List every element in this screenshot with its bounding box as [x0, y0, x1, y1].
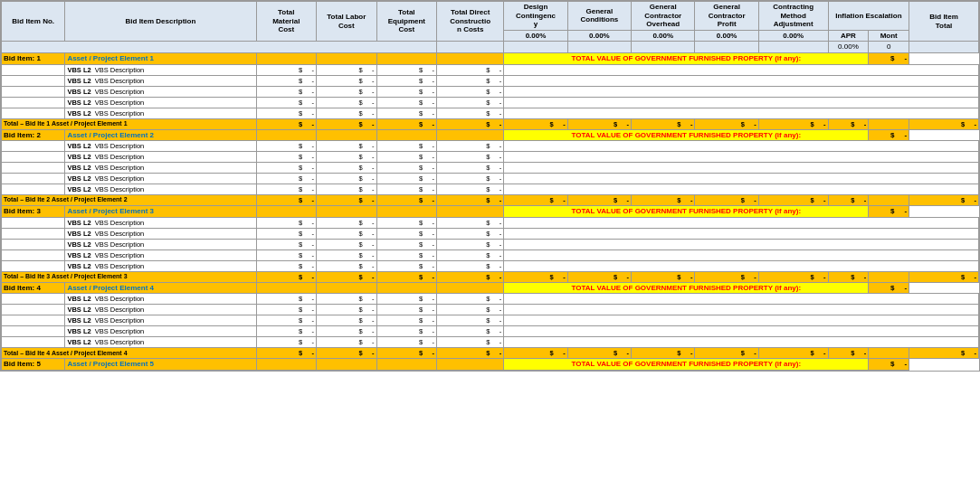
col-equipment-header: Total Equipment Cost — [376, 2, 437, 42]
gc-profit-pct[interactable]: 0.00% — [695, 30, 758, 42]
col-gc-profit-header: General Contractor Profit — [695, 2, 758, 31]
vbs-1-1: VBS L2VBS Description $ - $ - $ - $ - — [2, 64, 979, 75]
bid-item-4-asset: Asset / Project Element 4 — [65, 282, 256, 294]
vbs-1-2-lab[interactable]: $ - — [317, 75, 377, 86]
col-general-cond-header: General Conditions — [567, 2, 631, 31]
mont-val[interactable]: 0 — [869, 42, 909, 53]
vbs-3-3: VBS L2VBS Description $ - $ - $ - $ - — [2, 239, 979, 249]
vbs-2-5: VBS L2VBS Description $ - $ - $ - $ - — [2, 184, 979, 195]
vbs-1-5-label: VBS L2VBS Description — [65, 108, 256, 118]
bid-item-5-header: Bid Item: 5 Asset / Project Element 5 TO… — [2, 359, 979, 371]
total-1-label: Total – Bid Ite 1 Asset / Project Elemen… — [2, 118, 257, 129]
contracting-pct[interactable]: 0.00% — [758, 30, 828, 42]
bid-item-2-gov: TOTAL VALUE OF GOVERNMENT FURNISHED PROP… — [504, 129, 869, 141]
vbs-1-1-empty — [2, 64, 65, 75]
vbs-1-2-mat[interactable]: $ - — [256, 75, 317, 86]
bid-item-4-header: Bid Item: 4 Asset / Project Element 4 TO… — [2, 282, 979, 294]
vbs-2-2: VBS L2VBS Description $ - $ - $ - $ - — [2, 152, 979, 163]
vbs-4-1: VBS L2VBS Description $ - $ - $ - $ - — [2, 294, 979, 305]
total-1-apr: $ - — [828, 118, 869, 129]
total-1-direct: $ - — [437, 118, 504, 129]
apr-header: APR — [828, 30, 869, 42]
total-1-gencond: $ - — [567, 118, 631, 129]
bid-item-1-mat — [256, 52, 317, 64]
vbs-1-1-label: VBS L2VBS Description — [65, 64, 256, 75]
vbs-2-3: VBS L2VBS Description $ - $ - $ - $ - — [2, 163, 979, 174]
mont-header: Mont — [869, 30, 909, 42]
vbs-1-1-direct[interactable]: $ - — [437, 64, 504, 75]
col-direct-header: Total Direct Constructio n Costs — [437, 2, 504, 42]
total-1-mont — [869, 118, 909, 129]
col-labor-header: Total Labor Cost — [317, 2, 377, 42]
bid-item-2-mat — [256, 129, 317, 141]
design-pct[interactable]: 0.00% — [504, 30, 567, 42]
col-contracting-header: Contracting Method Adjustment — [758, 2, 828, 31]
vbs-1-2: VBS L2VBS Description $ - $ - $ - $ - — [2, 75, 979, 86]
vbs-2-4: VBS L2VBS Description $ - $ - $ - $ - — [2, 174, 979, 184]
col-inflation-header: Inflation Escalation — [828, 2, 909, 31]
bid-item-1-header: Bid Item: 1 Asset / Project Element 1 TO… — [2, 52, 979, 64]
vbs-2-1: VBS L2VBS Description $ - $ - $ - $ - — [2, 141, 979, 152]
bid-item-2-header: Bid Item: 2 Asset / Project Element 2 TO… — [2, 129, 979, 141]
vbs-1-1-mat[interactable]: $ - — [256, 64, 317, 75]
vbs-1-3-label: VBS L2VBS Description — [65, 86, 256, 97]
vbs-1-1-lab[interactable]: $ - — [317, 64, 377, 75]
vbs-3-1: VBS L2VBS Description $ - $ - $ - $ - — [2, 217, 979, 228]
total-row-3: Total – Bid Ite 3 Asset / Project Elemen… — [2, 271, 979, 282]
bid-item-2-lab — [317, 129, 377, 141]
vbs-1-5: VBS L2VBS Description $ - $ - $ - $ - — [2, 108, 979, 118]
bid-item-3-asset: Asset / Project Element 3 — [65, 206, 256, 218]
total-1-equip: $ - — [376, 118, 437, 129]
vbs-1-3: VBS L2VBS Description $ - $ - $ - $ - — [2, 86, 979, 97]
total-row-2: Total – Bid Ite 2 Asset / Project Elemen… — [2, 195, 979, 206]
bid-item-5-no: Bid Item: 5 — [2, 359, 65, 371]
vbs-1-4-label: VBS L2VBS Description — [65, 97, 256, 108]
vbs-1-1-equip[interactable]: $ - — [376, 64, 437, 75]
bid-item-3-header: Bid Item: 3 Asset / Project Element 3 TO… — [2, 206, 979, 218]
total-1-mat: $ - — [256, 118, 317, 129]
total-1-contract: $ - — [758, 118, 828, 129]
bid-item-1-no: Bid Item: 1 — [2, 52, 65, 64]
header-val-row: 0.00% 0 — [2, 42, 979, 53]
vbs-4-5: VBS L2VBS Description $ - $ - $ - $ - — [2, 337, 979, 348]
bid-item-1-direct — [437, 52, 504, 64]
bid-item-1-asset: Asset / Project Element 1 — [65, 52, 256, 64]
bid-item-1-total: $ - — [869, 52, 909, 64]
bid-item-3-no: Bid Item: 3 — [2, 206, 65, 218]
col-bid-total-header: Bid Item Total — [909, 2, 979, 42]
bid-item-2-no: Bid Item: 2 — [2, 129, 65, 141]
total-1-bidtotal: $ - — [909, 118, 979, 129]
vbs-1-1-rest — [504, 64, 979, 75]
bid-item-1-equip — [376, 52, 437, 64]
vbs-4-3: VBS L2VBS Description $ - $ - $ - $ - — [2, 315, 979, 326]
vbs-1-2-label: VBS L2VBS Description — [65, 75, 256, 86]
col-description-header: Bid Item Description — [65, 2, 256, 42]
vbs-1-2-direct[interactable]: $ - — [437, 75, 504, 86]
vbs-3-5: VBS L2VBS Description $ - $ - $ - $ - — [2, 260, 979, 271]
col-bid-item-no-header: Bid Item No. — [2, 2, 65, 42]
spreadsheet: Bid Item No. Bid Item Description Total … — [0, 0, 980, 372]
apr-val[interactable]: 0.00% — [828, 42, 869, 53]
total-row-1: Total – Bid Ite 1 Asset / Project Elemen… — [2, 118, 979, 129]
general-cond-pct[interactable]: 0.00% — [567, 30, 631, 42]
bid-item-2-equip — [376, 129, 437, 141]
vbs-1-4: VBS L2VBS Description $ - $ - $ - $ - — [2, 97, 979, 108]
vbs-3-2: VBS L2VBS Description $ - $ - $ - $ - — [2, 228, 979, 239]
total-1-lab: $ - — [317, 118, 377, 129]
vbs-3-4: VBS L2VBS Description $ - $ - $ - $ - — [2, 249, 979, 260]
col-gc-overhead-header: General Contractor Overhead — [632, 2, 695, 31]
bid-item-2-asset: Asset / Project Element 2 — [65, 129, 256, 141]
bid-item-1-gov: TOTAL VALUE OF GOVERNMENT FURNISHED PROP… — [504, 52, 869, 64]
total-1-overhead: $ - — [632, 118, 695, 129]
bid-item-2-direct — [437, 129, 504, 141]
total-1-profit: $ - — [695, 118, 758, 129]
total-row-4: Total – Bid Ite 4 Asset / Project Elemen… — [2, 348, 979, 359]
header-row: Bid Item No. Bid Item Description Total … — [2, 2, 979, 31]
vbs-4-4: VBS L2VBS Description $ - $ - $ - $ - — [2, 326, 979, 337]
bid-item-4-no: Bid Item: 4 — [2, 282, 65, 294]
vbs-1-2-equip[interactable]: $ - — [376, 75, 437, 86]
col-design-header: Design Contingenc y — [504, 2, 567, 31]
bid-item-5-asset: Asset / Project Element 5 — [65, 359, 256, 371]
gc-overhead-pct[interactable]: 0.00% — [632, 30, 695, 42]
vbs-4-2: VBS L2VBS Description $ - $ - $ - $ - — [2, 305, 979, 315]
